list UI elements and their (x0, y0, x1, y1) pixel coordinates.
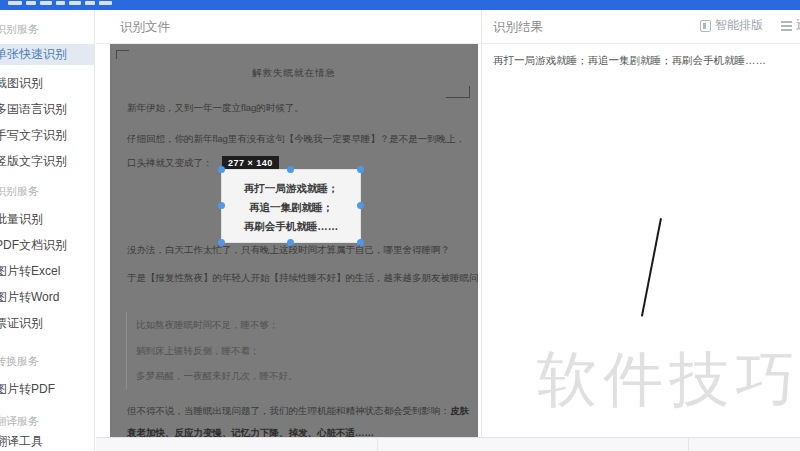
logo-fragment (69, 1, 81, 5)
sidebar-item-multilanguage-recognition[interactable]: 多国语言识别 (0, 96, 94, 122)
clipped-toolbar-label: 逐 (796, 17, 800, 34)
recognize-file-title: 识别文件 (120, 19, 170, 36)
sidebar-section-batch-services: 识别服务 (0, 184, 94, 198)
sidebar: 识别服务 单张快速识别 截图识别 多国语言识别 手写文字识别 竖版文字识别 识别… (0, 10, 95, 451)
sidebar-section-recognize-services: 识别服务 (0, 22, 94, 36)
sidebar-item-image-to-pdf[interactable]: 图片转PDF (0, 376, 94, 402)
doc-paragraph: 没办法，白天工作太忙了，只有晚上这段时间才算属于自己，哪里舍得睡啊？ (127, 244, 450, 257)
sidebar-item-batch-recognition[interactable]: 批量识别 (0, 206, 94, 232)
selection-handle-nw[interactable] (218, 166, 225, 173)
list-icon (781, 20, 792, 31)
doc-paragraph: 新年伊始，又到一年一度立flag的时候了。 (127, 102, 304, 115)
sidebar-item-translate-tool[interactable]: 翻译工具 (0, 428, 94, 451)
divider (482, 43, 800, 44)
selection-text-line: 再刷会手机就睡…… (222, 217, 360, 236)
selection-handle-e[interactable] (357, 202, 364, 209)
result-toolbar: 智能排版 逐 (700, 17, 800, 34)
smart-layout-label: 智能排版 (715, 17, 763, 34)
doc-paragraph: 于是【报复性熬夜】的年轻人开始【持续性睡不好】的生活，越来越多朋友被睡眠问题困扰… (127, 272, 478, 285)
sidebar-item-screenshot-recognition[interactable]: 截图识别 (0, 70, 94, 96)
annotation-line (641, 218, 662, 316)
doc-closing-normal: 但不得不说，当睡眠出现问题了，我们的生理机能和精神状态都会受到影响： (127, 405, 450, 416)
smart-layout-button[interactable]: 智能排版 (700, 17, 763, 34)
page-corner-mark (116, 50, 129, 59)
sidebar-item-vertical-text-recognition[interactable]: 竖版文字识别 (0, 148, 94, 174)
sidebar-item-pdf-document-recognition[interactable]: PDF文档识别 (0, 232, 94, 258)
result-panel: 识别结果 智能排版 逐 再打一局游戏就睡；再追一集剧就睡；再刷会手机就睡…… 软… (481, 10, 800, 451)
recognize-file-header: 识别文件 (96, 10, 480, 43)
selection-handle-w[interactable] (218, 202, 225, 209)
sidebar-item-single-quick-recognition[interactable]: 单张快速识别 (0, 44, 94, 65)
logo-icon (8, 1, 22, 5)
divider (377, 438, 378, 451)
logo-fragment (99, 1, 112, 5)
selection-size-badge: 277 × 140 (222, 156, 279, 170)
doc-quote-line: 比如熬夜睡眠时间不足，睡不够； (136, 312, 298, 338)
sidebar-item-image-to-word[interactable]: 图片转Word (0, 284, 94, 310)
doc-quote-block: 比如熬夜睡眠时间不足，睡不够； 躺到床上辗转反侧，睡不着； 多梦易醒，一夜醒来好… (126, 312, 298, 389)
result-panel-title: 识别结果 (493, 19, 543, 36)
doc-quote-line: 躺到床上辗转反侧，睡不着； (136, 338, 298, 364)
recognition-result-text: 再打一局游戏就睡；再追一集剧就睡；再刷会手机就睡…… (493, 52, 793, 69)
doc-quote-line: 多梦易醒，一夜醒来好几次，睡不好。 (136, 363, 298, 389)
doc-paragraph: 仔细回想，你的新年flag里有没有这句【今晚我一定要早睡】？是不是一到晚上，口头… (127, 127, 474, 175)
recognize-file-panel: 识别文件 解救失眠就在情急 新年伊始，又到一年一度立flag的时候了。 仔细回想… (96, 10, 480, 451)
selection-text-line: 再打一局游戏就睡； (222, 179, 360, 198)
image-corner-mark (446, 86, 470, 98)
selection-text-line: 再追一集剧就睡； (222, 198, 360, 217)
sidebar-section-translate-services: 翻译服务 (0, 414, 94, 428)
doc-closing-paragraph: 但不得不说，当睡眠出现问题了，我们的生理机能和精神状态都会受到影响：皮肤衰老加快… (127, 400, 477, 437)
ocr-app-window: 识别服务 单张快速识别 截图识别 多国语言识别 手写文字识别 竖版文字识别 识别… (0, 0, 800, 451)
logo-fragment (40, 1, 52, 5)
document-preview-dimmed[interactable]: 解救失眠就在情急 新年伊始，又到一年一度立flag的时候了。 仔细回想，你的新年… (110, 44, 478, 437)
clipped-toolbar-button[interactable]: 逐 (781, 17, 800, 34)
smart-layout-icon (700, 20, 711, 32)
doc-title: 解救失眠就在情急 (110, 67, 478, 80)
bottom-toolbar (96, 437, 800, 451)
app-titlebar (0, 0, 800, 10)
logo-fragment (85, 1, 95, 5)
sidebar-section-convert-services: 转换服务 (0, 354, 94, 368)
selection-handle-ne[interactable] (357, 166, 364, 173)
watermark-text: 软件技巧 (537, 340, 800, 421)
sidebar-item-handwriting-recognition[interactable]: 手写文字识别 (0, 122, 94, 148)
selection-handle-n[interactable] (287, 166, 294, 173)
logo-fragment (56, 1, 65, 5)
divider (688, 438, 689, 451)
screenshot-selection-box[interactable]: 再打一局游戏就睡； 再追一集剧就睡； 再刷会手机就睡…… (222, 170, 360, 242)
logo-fragment (26, 1, 36, 5)
sidebar-item-image-to-excel[interactable]: 图片转Excel (0, 258, 94, 284)
sidebar-item-invoice-recognition[interactable]: 票证识别 (0, 310, 94, 336)
